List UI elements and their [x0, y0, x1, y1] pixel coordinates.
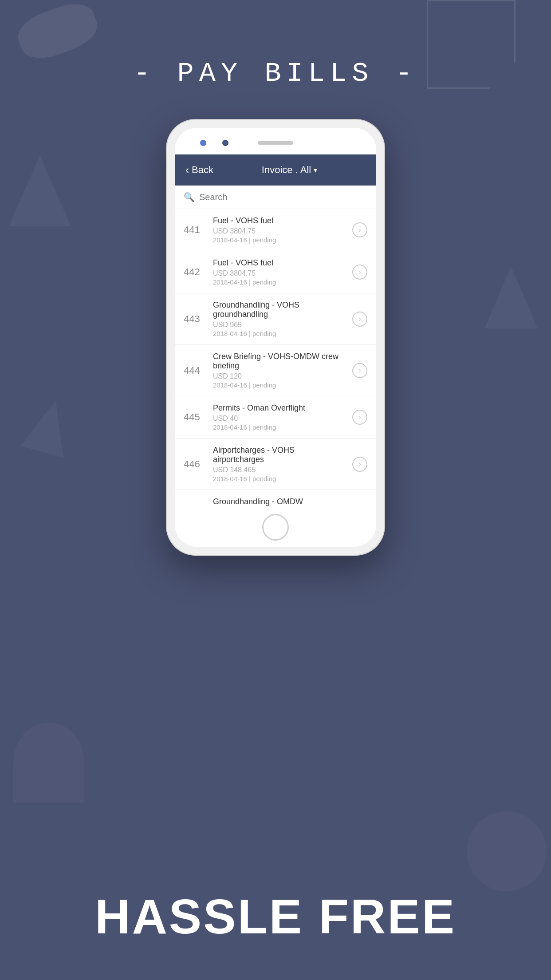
invoice-detail-arrow-icon[interactable]: ›	[352, 312, 367, 327]
invoice-title-text: Invoice . All	[262, 164, 311, 176]
invoice-item[interactable]: 443 Groundhandling - VOHS groundhandling…	[175, 293, 376, 345]
bg-decoration-6	[467, 811, 547, 891]
header-title[interactable]: Invoice . All ▾	[213, 164, 366, 176]
phone-home-area	[175, 508, 376, 547]
invoice-details: Airportcharges - VOHS airportcharges USD…	[213, 446, 345, 482]
invoice-item[interactable]: 444 Crew Briefing - VOHS-OMDW crew brief…	[175, 345, 376, 396]
invoice-date-status: 2018-04-16 | pending	[213, 475, 345, 482]
invoice-date-status: 2018-04-16 | pending	[213, 278, 345, 286]
page-title: - PAY BILLS -	[134, 58, 417, 89]
search-input[interactable]	[199, 192, 367, 202]
invoice-list: 441 Fuel - VOHS fuel USD 3804.75 2018-04…	[175, 209, 376, 508]
invoice-name: Groundhandling - OMDW groundhandling	[213, 497, 345, 508]
invoice-name: Crew Briefing - VOHS-OMDW crew briefing	[213, 352, 345, 371]
invoice-item[interactable]: 447 Groundhandling - OMDW groundhandling…	[175, 490, 376, 508]
back-button[interactable]: ‹ Back	[185, 164, 213, 176]
back-chevron-icon: ‹	[185, 164, 189, 176]
phone-top-bar	[175, 128, 376, 154]
invoice-name: Airportcharges - VOHS airportcharges	[213, 446, 345, 464]
invoice-detail-arrow-icon[interactable]: ›	[352, 222, 367, 237]
phone-frame: ‹ Back Invoice . All ▾ 🔍 441 Fuel - VOHS…	[167, 120, 384, 555]
phone-camera	[222, 140, 228, 146]
phone-screen: ‹ Back Invoice . All ▾ 🔍 441 Fuel - VOHS…	[175, 128, 376, 547]
invoice-detail-arrow-icon[interactable]: ›	[352, 457, 367, 472]
invoice-number: 443	[184, 313, 206, 325]
invoice-name: Fuel - VOHS fuel	[213, 216, 345, 225]
invoice-details: Fuel - VOHS fuel USD 3804.75 2018-04-16 …	[213, 216, 345, 244]
invoice-detail-arrow-icon[interactable]: ›	[352, 410, 367, 425]
invoice-number: 446	[184, 458, 206, 470]
invoice-details: Groundhandling - OMDW groundhandling USD…	[213, 497, 345, 508]
invoice-detail-arrow-icon[interactable]: ›	[352, 265, 367, 280]
invoice-amount: USD 120	[213, 372, 345, 380]
invoice-details: Crew Briefing - VOHS-OMDW crew briefing …	[213, 352, 345, 389]
tagline-area: HASSLE FREE	[0, 888, 551, 944]
invoice-name: Fuel - VOHS fuel	[213, 258, 345, 268]
invoice-amount: USD 148.465	[213, 466, 345, 474]
invoice-item[interactable]: 445 Permits - Oman Overflight USD 40 201…	[175, 396, 376, 439]
back-label: Back	[192, 164, 213, 176]
bg-decoration-1	[12, 0, 102, 66]
app-header: ‹ Back Invoice . All ▾	[175, 154, 376, 186]
search-bar: 🔍	[175, 186, 376, 209]
invoice-item[interactable]: 446 Airportcharges - VOHS airportcharges…	[175, 439, 376, 490]
invoice-date-status: 2018-04-16 | pending	[213, 381, 345, 389]
invoice-details: Permits - Oman Overflight USD 40 2018-04…	[213, 403, 345, 431]
bg-decoration-3	[9, 155, 71, 226]
home-button[interactable]	[262, 514, 289, 541]
page-title-area: - PAY BILLS -	[0, 58, 551, 89]
invoice-number: 444	[184, 365, 206, 376]
phone-speaker	[258, 141, 293, 145]
invoice-amount: USD 965	[213, 321, 345, 329]
invoice-date-status: 2018-04-16 | pending	[213, 330, 345, 337]
invoice-item[interactable]: 442 Fuel - VOHS fuel USD 3804.75 2018-04…	[175, 251, 376, 293]
invoice-details: Groundhandling - VOHS groundhandling USD…	[213, 300, 345, 337]
invoice-amount: USD 40	[213, 415, 345, 423]
invoice-number: 441	[184, 224, 206, 236]
invoice-detail-arrow-icon[interactable]: ›	[352, 363, 367, 378]
bg-decoration-4	[484, 266, 538, 328]
invoice-name: Permits - Oman Overflight	[213, 403, 345, 413]
invoice-number: 442	[184, 266, 206, 278]
invoice-date-status: 2018-04-16 | pending	[213, 236, 345, 244]
bg-decoration-5	[13, 723, 84, 802]
search-icon: 🔍	[184, 192, 195, 202]
phone-indicator	[200, 140, 206, 146]
invoice-amount: USD 3804.75	[213, 227, 345, 235]
invoice-amount: USD 3804.75	[213, 269, 345, 277]
invoice-date-status: 2018-04-16 | pending	[213, 423, 345, 431]
invoice-name: Groundhandling - VOHS groundhandling	[213, 300, 345, 319]
tagline-text: HASSLE FREE	[95, 889, 456, 944]
invoice-details: Fuel - VOHS fuel USD 3804.75 2018-04-16 …	[213, 258, 345, 286]
invoice-item[interactable]: 441 Fuel - VOHS fuel USD 3804.75 2018-04…	[175, 209, 376, 251]
phone-mockup: ‹ Back Invoice . All ▾ 🔍 441 Fuel - VOHS…	[167, 120, 384, 555]
dropdown-arrow-icon: ▾	[314, 166, 317, 174]
invoice-number: 445	[184, 411, 206, 423]
bg-decoration-7	[20, 395, 77, 458]
